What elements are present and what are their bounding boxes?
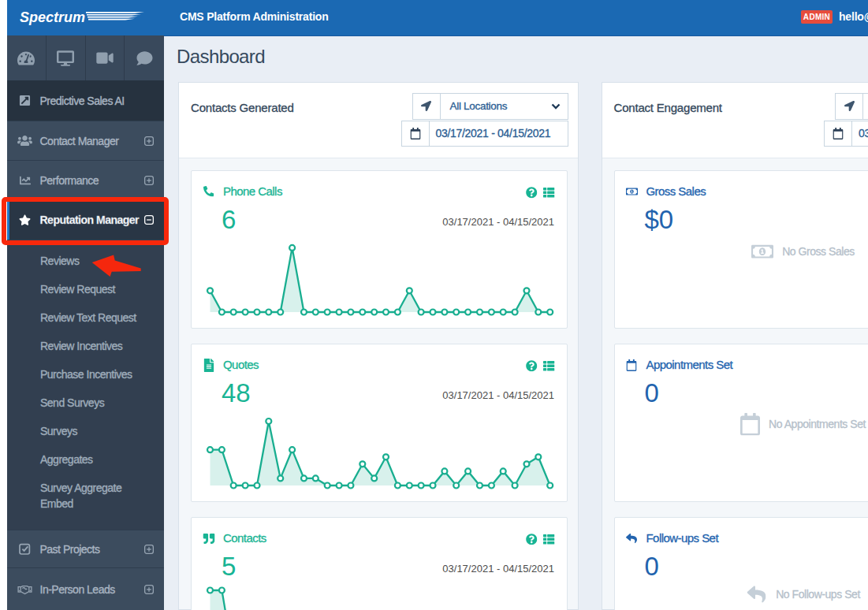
svg-text:Spectrum: Spectrum bbox=[20, 9, 85, 25]
